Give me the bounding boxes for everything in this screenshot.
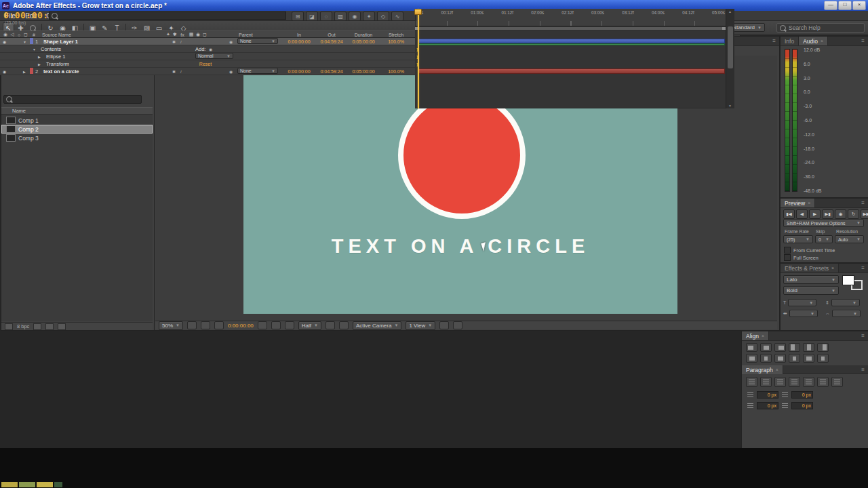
collapse-switch-icon[interactable]: ✱	[172, 68, 176, 75]
time-ruler[interactable]: 00s00:12f01:00s01:12f02:00s02:12f03:00s0…	[415, 9, 726, 26]
index-column-header[interactable]: #	[31, 31, 37, 38]
layer-row-text-on-a-circle[interactable]: ◉ ▶ 2 text on a circle ✱ / ◉ None▼ 0:00:…	[0, 68, 415, 75]
close-icon[interactable]: ×	[776, 367, 778, 372]
align-bottom-icon[interactable]	[817, 343, 829, 352]
ram-preview-button[interactable]: ▶▶	[861, 209, 868, 219]
distribute-top-icon[interactable]	[746, 354, 757, 363]
first-frame-button[interactable]: ▮◀	[783, 209, 795, 219]
font-family-dropdown[interactable]: Lato▼	[783, 275, 839, 284]
brainstorm-icon[interactable]: ✦	[363, 12, 375, 21]
kerning-dropdown[interactable]: ▼	[789, 310, 818, 317]
project-list-header[interactable]: Name	[1, 107, 153, 115]
center-text-icon[interactable]	[760, 377, 772, 387]
panel-menu-icon[interactable]: ≡	[858, 37, 868, 45]
tab-preview[interactable]: Preview×	[781, 199, 815, 207]
twirl-down-icon[interactable]: ▼	[33, 45, 36, 53]
parent-dropdown[interactable]: None▼	[237, 38, 278, 44]
align-top-icon[interactable]	[789, 343, 800, 352]
space-before-field[interactable]: 0 px	[757, 402, 778, 409]
stretch-column-header[interactable]: Stretch	[381, 31, 411, 38]
skip-dropdown[interactable]: 0▼	[815, 235, 833, 243]
duration-column-header[interactable]: Duration	[347, 31, 380, 38]
source-name-column-header[interactable]: Source Name	[42, 31, 71, 38]
current-time-display[interactable]: 0:00:00:00	[228, 323, 254, 329]
resolution-dropdown[interactable]: Auto▼	[835, 235, 864, 243]
font-size-dropdown[interactable]: ▼	[788, 299, 816, 306]
group-row-transform[interactable]: ▶ Transform Reset	[0, 60, 415, 68]
workspace-dropdown[interactable]: Standard▼	[730, 23, 765, 32]
layer-color-chip[interactable]	[30, 38, 33, 44]
justify-last-left-icon[interactable]	[789, 377, 800, 387]
align-left-icon[interactable]	[746, 343, 757, 352]
align-center-horizontal-icon[interactable]	[760, 343, 772, 352]
align-text-right-icon[interactable]	[774, 377, 786, 387]
parent-dropdown[interactable]: None▼	[237, 68, 278, 74]
play-button[interactable]: ▶	[809, 209, 821, 219]
stretch-value[interactable]: 100.0%	[381, 68, 411, 75]
scrollbar-thumb[interactable]	[728, 26, 733, 68]
group-row-contents[interactable]: ▼ Contents Add: ◉	[0, 45, 415, 53]
loop-button[interactable]: ↻	[848, 209, 859, 219]
distribute-vertical-center-icon[interactable]	[760, 354, 772, 363]
shape-layer-duration-bar[interactable]	[418, 39, 725, 43]
ram-preview-options-dropdown[interactable]: Shift+RAM Preview Options▼	[783, 219, 864, 227]
distribute-horizontal-center-icon[interactable]	[803, 354, 814, 363]
project-item-comp2[interactable]: Comp 2	[1, 125, 153, 134]
layer-name[interactable]: text on a circle	[43, 68, 79, 75]
tab-align[interactable]: Align×	[742, 331, 769, 340]
draft-3d-icon[interactable]: ◪	[306, 12, 318, 21]
panel-menu-icon[interactable]: ≡	[858, 365, 868, 373]
duration-value[interactable]: 0:05:00:00	[347, 38, 380, 45]
snapshot-icon[interactable]	[258, 321, 267, 329]
parent-pickwhip-icon[interactable]: ◉	[229, 38, 233, 45]
channels-icon[interactable]	[285, 321, 294, 329]
parent-column-header[interactable]: Parent	[239, 31, 253, 38]
project-search-input[interactable]	[3, 95, 142, 104]
tracking-dropdown[interactable]: ▼	[832, 310, 861, 317]
close-button[interactable]: ×	[852, 1, 866, 10]
interpret-footage-icon[interactable]	[5, 323, 13, 330]
tab-effects-presets[interactable]: Effects & Presets×	[781, 264, 839, 272]
tab-audio[interactable]: Audio×	[799, 37, 828, 45]
group-label[interactable]: Ellipse 1	[46, 53, 65, 60]
project-item-comp3[interactable]: Comp 3	[1, 134, 153, 142]
tab-info[interactable]: Info	[781, 37, 799, 45]
minimize-button[interactable]: —	[824, 1, 837, 10]
view-layout-dropdown[interactable]: 1 View▼	[406, 321, 435, 330]
safe-areas-icon[interactable]	[187, 321, 197, 329]
camera-dropdown[interactable]: Active Camera▼	[353, 321, 401, 330]
new-folder-icon[interactable]	[33, 323, 41, 330]
layer-row-shape-layer-1[interactable]: ◉ ▼ 1 Shape Layer 1 ✱ / ◉ None▼ 0:00:00:…	[0, 38, 415, 45]
group-label[interactable]: Contents	[41, 45, 61, 53]
panel-menu-icon[interactable]: ≡	[858, 264, 868, 272]
distribute-right-icon[interactable]	[817, 354, 829, 363]
hide-shy-layers-icon[interactable]: ◌	[320, 12, 332, 21]
visibility-eye-icon[interactable]: ◉	[3, 38, 6, 45]
project-item-comp1[interactable]: Comp 1	[1, 116, 153, 125]
distribute-left-icon[interactable]	[789, 354, 800, 363]
motion-blur-icon[interactable]: ◉	[349, 12, 361, 21]
fill-color-swatch[interactable]	[842, 275, 854, 285]
panel-menu-icon[interactable]: ≡	[769, 37, 779, 45]
out-value[interactable]: 0:04:59:24	[316, 38, 347, 45]
region-of-interest-icon[interactable]	[326, 321, 335, 329]
visibility-eye-icon[interactable]: ◉	[3, 68, 6, 75]
parent-pickwhip-icon[interactable]: ◉	[229, 68, 233, 75]
align-text-left-icon[interactable]	[746, 377, 757, 387]
indent-left-field[interactable]: 0 px	[757, 391, 778, 399]
close-icon[interactable]: ×	[821, 39, 823, 43]
timeline-search-input[interactable]	[49, 12, 286, 20]
collapse-switch-icon[interactable]: ✱	[172, 38, 176, 45]
in-value[interactable]: 0:00:00:00	[283, 68, 315, 75]
in-value[interactable]: 0:00:00:00	[283, 38, 315, 45]
layer-name[interactable]: Shape Layer 1	[43, 38, 78, 45]
twirl-right-icon[interactable]: ▶	[38, 60, 41, 68]
twirl-right-icon[interactable]: ▶	[23, 68, 26, 75]
full-screen-checkbox[interactable]	[784, 254, 791, 261]
bit-depth-label[interactable]: 8 bpc	[17, 323, 29, 329]
leading-dropdown[interactable]: ▼	[831, 299, 860, 306]
group-row-ellipse-1[interactable]: ▶ Ellipse 1 Normal▼	[0, 53, 415, 60]
distribute-bottom-icon[interactable]	[774, 354, 786, 363]
close-icon[interactable]: ×	[762, 333, 764, 338]
justify-last-right-icon[interactable]	[817, 377, 829, 387]
